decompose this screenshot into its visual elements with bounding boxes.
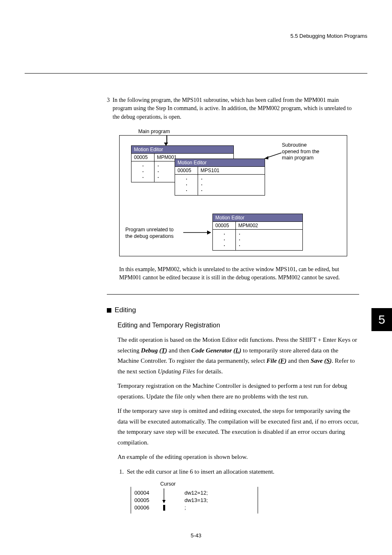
heading-text: Editing	[115, 306, 136, 314]
step-number: 3	[107, 96, 113, 121]
page-number: 5-43	[0, 532, 392, 539]
program-name: MPS101	[198, 167, 265, 174]
main-program-label: Main program	[136, 129, 173, 134]
diagram-1: Motion Editor 00005 MPM001 Motion Editor…	[119, 135, 347, 256]
arrow-subroutine-icon	[264, 152, 282, 159]
code-line: dw13=13;	[172, 497, 254, 504]
svg-line-0	[267, 153, 281, 158]
line-num: 00005	[131, 154, 154, 161]
header-rule	[25, 73, 367, 74]
line-num: 00005	[134, 497, 157, 504]
program-name: MPM002	[236, 222, 302, 229]
unrelated-annotation: Program unrelated to the debug operation…	[125, 227, 173, 240]
paragraph-2: Temporary registration on the Machine Co…	[118, 381, 359, 402]
paragraph-4: An example of the editing operation is s…	[118, 452, 359, 463]
annot-line: opened from the	[282, 149, 319, 155]
note-line: In this example, MPM002, which is unrela…	[119, 265, 359, 274]
diagram-note: In this example, MPM002, which is unrela…	[119, 265, 359, 282]
chapter-tab: 5	[371, 308, 392, 331]
window-title: Motion Editor	[213, 214, 302, 222]
step-text: Set the edit cursor at line 6 to insert …	[127, 468, 274, 475]
annot-line: main program	[282, 155, 319, 161]
svg-marker-1	[264, 156, 268, 159]
step-3: 3 In the following program, the MPS101 s…	[107, 96, 359, 121]
section-rule	[107, 294, 359, 295]
window-mps101: Motion Editor 00005 MPS101	[175, 159, 265, 196]
line-num: 00004	[134, 489, 157, 497]
window-title: Motion Editor	[131, 146, 233, 154]
line-num: 00005	[175, 167, 198, 174]
window-mpm002: Motion Editor 00005 MPM002	[212, 214, 303, 251]
svg-rect-6	[163, 505, 165, 511]
paragraph-1: The edit operation is based on the Motio…	[118, 335, 359, 377]
heading-editing: Editing	[107, 306, 359, 314]
step-1: 1. Set the edit cursor at line 6 to inse…	[119, 467, 359, 477]
code-line: ;	[172, 504, 254, 511]
arrow-down-icon	[166, 135, 168, 146]
note-line: MPM001 cannot be edited because it is st…	[119, 274, 359, 282]
line-num: 00006	[134, 504, 157, 511]
square-bullet-icon	[107, 308, 111, 313]
cursor-column	[160, 487, 169, 514]
heading-sub: Editing and Temporary Registration	[118, 322, 359, 329]
cursor-label: Cursor	[160, 481, 359, 487]
annot-line: Program unrelated to	[125, 227, 173, 233]
cursor-arrow-icon	[160, 488, 168, 511]
svg-marker-5	[162, 500, 166, 503]
annot-line: the debug operations	[125, 233, 173, 240]
line-numbers-col: 00004 00005 00006	[131, 487, 160, 514]
line-num: 00005	[213, 222, 236, 229]
step-text: In the following program, the MPS101 sub…	[113, 96, 359, 121]
step-number: 1.	[119, 468, 124, 475]
code-line: dw12=12;	[172, 489, 254, 497]
subroutine-annotation: Subroutine opened from the main program	[282, 142, 319, 161]
diagram-2: 00004 00005 00006 dw12=12; dw13=13; ;	[131, 487, 258, 514]
window-title: Motion Editor	[175, 159, 265, 167]
arrow-right-icon	[183, 230, 212, 235]
code-col: dw12=12; dw13=13; ;	[169, 487, 258, 514]
annot-line: Subroutine	[282, 142, 319, 149]
breadcrumb: 5.5 Debugging Motion Programs	[291, 33, 367, 39]
paragraph-3: If the temporary save step is omitted an…	[118, 406, 359, 448]
svg-marker-3	[207, 230, 211, 235]
